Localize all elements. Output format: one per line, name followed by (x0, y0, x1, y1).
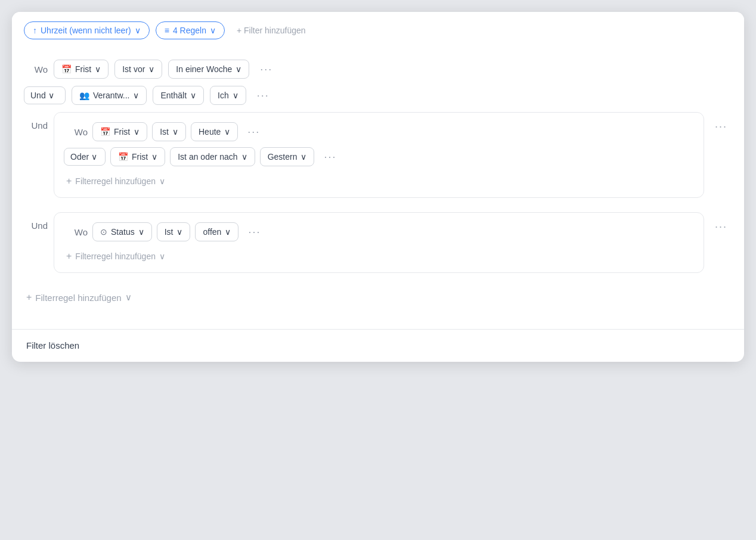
top-add-rule-chevron: ∨ (125, 292, 132, 303)
op-ist-vor-dropdown[interactable]: Ist vor ∨ (114, 60, 162, 79)
filter-loeschen-button[interactable]: Filter löschen (26, 340, 79, 350)
field-frist-1-chevron: ∨ (95, 64, 101, 74)
group1-row2-calendar-icon: 📅 (118, 152, 128, 162)
group1-field-frist-chevron: ∨ (134, 127, 140, 136)
sort-button-label: Uhrzeit (wenn nicht leer) (41, 26, 131, 35)
group1-add-rule-label: Filterregel hinzufügen (75, 176, 156, 186)
op-enthaelt-label: Enthält (160, 91, 187, 100)
group1-op-ist-chevron: ∨ (172, 127, 178, 136)
group1-row1-more-button[interactable]: ··· (243, 123, 265, 141)
group1-outer-more-button[interactable]: ··· (710, 112, 732, 135)
calendar-icon-1: 📅 (61, 64, 72, 74)
val-woche-dropdown[interactable]: In einer Woche ∨ (168, 60, 249, 79)
group1-val-heute-label: Heute (199, 127, 221, 136)
group1-val-heute-dropdown[interactable]: Heute ∨ (191, 122, 238, 141)
top-add-rule-plus-icon: + (26, 292, 32, 303)
group2-field-status-dropdown[interactable]: ⊙ Status ∨ (92, 222, 152, 241)
op-enthaelt-dropdown[interactable]: Enthält ∨ (153, 86, 204, 105)
group2-status-icon: ⊙ (100, 227, 107, 237)
group2-op-ist-dropdown[interactable]: Ist ∨ (157, 222, 191, 241)
rules-button-label: 4 Regeln (173, 26, 206, 35)
group-1-inner: Wo 📅 Frist ∨ Ist ∨ Heute ∨ (54, 112, 704, 205)
field-frist-1-dropdown[interactable]: 📅 Frist ∨ (54, 60, 109, 79)
group-1-block: Wo 📅 Frist ∨ Ist ∨ Heute ∨ (54, 112, 704, 198)
val-ich-label: Ich (218, 91, 229, 100)
sort-arrow-icon: ↑ (33, 26, 37, 35)
group2-wo-label: Wo (64, 227, 88, 237)
group1-val-heute-chevron: ∨ (224, 127, 230, 136)
group2-add-rule-label: Filterregel hinzufügen (75, 252, 156, 261)
connector-und-1-chevron: ∨ (48, 91, 54, 100)
connector-und-1-dropdown[interactable]: Und ∨ (24, 86, 66, 104)
val-woche-chevron: ∨ (236, 64, 241, 74)
group1-row2-frist-chevron: ∨ (151, 152, 157, 162)
group2-outer-connector: Und (24, 212, 48, 231)
sort-button[interactable]: ↑ Uhrzeit (wenn nicht leer) ∨ (24, 21, 150, 39)
val-ich-dropdown[interactable]: Ich ∨ (210, 86, 246, 105)
group2-add-rule-plus-icon: + (66, 251, 72, 262)
top-add-rule-label: Filterregel hinzufügen (35, 293, 121, 303)
group1-op-ist-label: Ist (160, 127, 169, 136)
add-filter-label: + Filter hinzufügen (237, 26, 306, 35)
group2-row1: Wo ⊙ Status ∨ Ist ∨ offen ∨ (64, 222, 694, 241)
group1-row2-frist-dropdown[interactable]: 📅 Frist ∨ (110, 147, 165, 166)
add-filter-button[interactable]: + Filter hinzufügen (231, 22, 312, 39)
group1-op-nach-dropdown[interactable]: Ist an oder nach ∨ (170, 147, 255, 166)
group1-row2-more-button[interactable]: ··· (319, 148, 341, 166)
group-2-inner: Wo ⊙ Status ∨ Ist ∨ offen ∨ (54, 212, 704, 280)
group1-outer-connector: Und (24, 112, 48, 131)
main-content: Wo 📅 Frist ∨ Ist vor ∨ In einer Woche ∨ … (12, 48, 744, 329)
group1-connector-oder-dropdown[interactable]: Oder ∨ (64, 148, 106, 166)
toolbar: ↑ Uhrzeit (wenn nicht leer) ∨ ≡ 4 Regeln… (12, 12, 744, 48)
field-verantw-chevron: ∨ (133, 91, 139, 100)
group1-field-frist-dropdown[interactable]: 📅 Frist ∨ (92, 122, 147, 141)
connector-und-1-label: Und (30, 91, 46, 100)
people-icon: 👥 (79, 91, 89, 100)
group2-op-ist-label: Ist (165, 227, 173, 237)
group1-field-frist-label: Frist (114, 127, 130, 136)
group2-val-offen-dropdown[interactable]: offen ∨ (195, 222, 238, 241)
group1-row2-frist-label: Frist (132, 152, 148, 162)
group-1-outer: Und Wo 📅 Frist ∨ Ist ∨ (24, 112, 732, 205)
group1-op-ist-dropdown[interactable]: Ist ∨ (152, 122, 186, 141)
field-verantw-dropdown[interactable]: 👥 Verantw... ∨ (72, 86, 147, 105)
group1-row2: Oder ∨ 📅 Frist ∨ Ist an oder nach ∨ (64, 147, 694, 166)
rule-row-1: Wo 📅 Frist ∨ Ist vor ∨ In einer Woche ∨ … (24, 60, 732, 79)
top-add-rule-button[interactable]: + Filterregel hinzufügen ∨ (24, 287, 134, 308)
group2-field-status-label: Status (111, 227, 135, 237)
field-verantw-label: Verantw... (93, 91, 129, 100)
group2-row1-more-button[interactable]: ··· (243, 224, 265, 241)
wo-label-1: Wo (24, 64, 48, 75)
group1-op-nach-chevron: ∨ (241, 152, 247, 162)
filter-panel: ↑ Uhrzeit (wenn nicht leer) ∨ ≡ 4 Regeln… (12, 12, 744, 362)
group1-val-gestern-chevron: ∨ (300, 152, 306, 162)
group-2-outer: Und Wo ⊙ Status ∨ Ist ∨ (24, 212, 732, 280)
op-enthaelt-chevron: ∨ (190, 91, 196, 100)
group1-add-rule-chevron: ∨ (159, 176, 165, 186)
group2-field-status-chevron: ∨ (138, 227, 144, 237)
rules-chevron-icon: ∨ (210, 26, 216, 35)
group2-add-rule-button[interactable]: + Filterregel hinzufügen ∨ (64, 247, 168, 265)
rules-button[interactable]: ≡ 4 Regeln ∨ (156, 21, 225, 39)
group1-connector-oder-label: Oder (70, 152, 89, 162)
group-2-block: Wo ⊙ Status ∨ Ist ∨ offen ∨ (54, 212, 704, 273)
rules-icon: ≡ (165, 26, 169, 35)
group2-op-ist-chevron: ∨ (176, 227, 182, 237)
group1-add-rule-button[interactable]: + Filterregel hinzufügen ∨ (64, 172, 168, 190)
val-woche-label: In einer Woche (176, 64, 232, 74)
group2-outer-more-button[interactable]: ··· (710, 212, 732, 235)
group1-add-rule-plus-icon: + (66, 176, 72, 187)
group1-wo-label: Wo (64, 127, 88, 137)
val-ich-chevron: ∨ (233, 91, 238, 100)
group1-calendar-icon: 📅 (100, 127, 110, 136)
row2-more-button[interactable]: ··· (252, 87, 274, 104)
row1-more-button[interactable]: ··· (255, 61, 277, 78)
rule-row-2: Und ∨ 👥 Verantw... ∨ Enthält ∨ Ich ∨ ··· (24, 86, 732, 105)
group1-val-gestern-dropdown[interactable]: Gestern ∨ (260, 147, 315, 166)
group1-op-nach-label: Ist an oder nach (178, 152, 237, 162)
group1-connector-oder-chevron: ∨ (91, 152, 97, 162)
group2-val-offen-chevron: ∨ (225, 227, 231, 237)
op-ist-vor-label: Ist vor (122, 64, 145, 74)
group1-row1: Wo 📅 Frist ∨ Ist ∨ Heute ∨ (64, 122, 694, 141)
group1-val-gestern-label: Gestern (268, 152, 298, 162)
